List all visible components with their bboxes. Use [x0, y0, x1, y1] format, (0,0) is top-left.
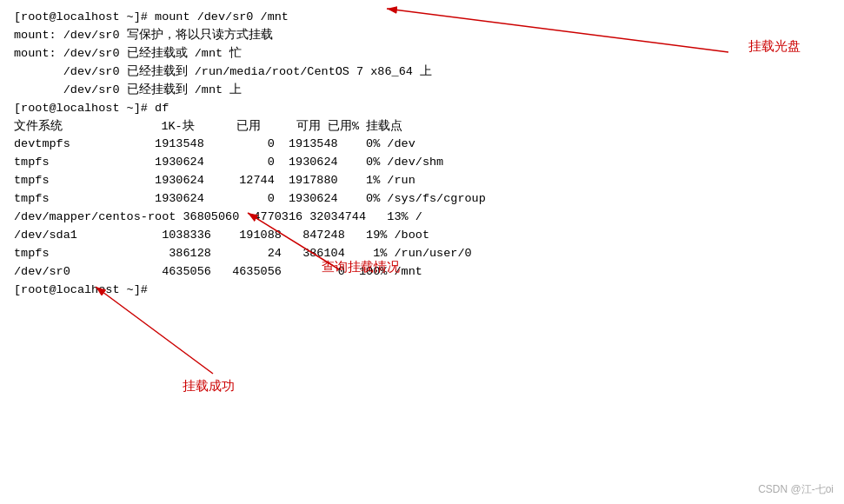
terminal-line: /dev/sr0 已经挂载到 /run/media/root/CentOS 7 … — [14, 63, 830, 82]
annotation-query-mount: 查询挂载情况 — [322, 259, 400, 275]
annotation-mount-success: 挂载成功 — [183, 378, 235, 395]
terminal-line: /dev/sr0 4635056 4635056 0 100% /mnt — [14, 263, 830, 282]
terminal-line: tmpfs 1930624 0 1930624 0% /dev/shm — [14, 154, 830, 172]
annotation-mount-disk: 挂载光盘 — [748, 38, 801, 55]
terminal-line: [root@localhost ~]# mount /dev/sr0 /mnt — [14, 9, 830, 27]
terminal-line: devtmpfs 1913548 0 1913548 0% /dev — [14, 136, 830, 154]
terminal-line: /dev/mapper/centos-root 36805060 4770316… — [14, 209, 830, 227]
terminal-line: /dev/sda1 1038336 191088 847248 19% /boo… — [14, 227, 830, 245]
terminal-line: 文件系统 1K-块 已用 可用 已用% 挂载点 — [14, 118, 830, 136]
terminal-line: tmpfs 1930624 12744 1917880 1% /run — [14, 172, 830, 190]
terminal-line: mount: /dev/sr0 已经挂载或 /mnt 忙 — [14, 45, 830, 63]
terminal-output: [root@localhost ~]# mount /dev/sr0 /mntm… — [0, 0, 844, 308]
watermark: CSDN @江-七oi — [758, 482, 834, 497]
terminal-line: [root@localhost ~]# df — [14, 100, 830, 118]
terminal-line: /dev/sr0 已经挂载到 /mnt 上 — [14, 82, 830, 100]
terminal-line: tmpfs 386128 24 386104 1% /run/user/0 — [14, 245, 830, 263]
terminal-line: [root@localhost ~]# — [14, 282, 830, 300]
terminal-line: mount: /dev/sr0 写保护，将以只读方式挂载 — [14, 27, 830, 45]
terminal-line: tmpfs 1930624 0 1930624 0% /sys/fs/cgrou… — [14, 190, 830, 209]
